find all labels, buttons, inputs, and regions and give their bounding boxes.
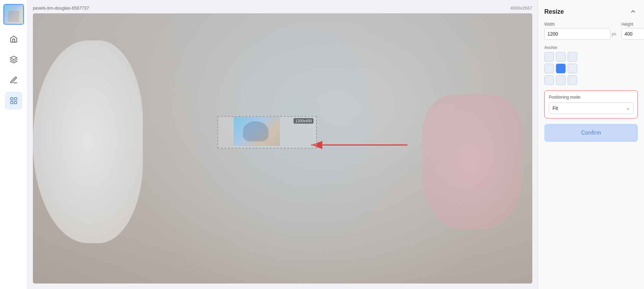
sidebar-item-edit[interactable]	[5, 71, 23, 89]
svg-rect-1	[11, 98, 13, 100]
right-panel: Resize Width px Height px	[538, 0, 644, 289]
collapse-button[interactable]	[628, 7, 638, 16]
height-input[interactable]	[621, 28, 644, 40]
anchor-label: Anchor	[544, 45, 638, 50]
positioning-select-wrapper: Fit Fill Stretch Crop Pad	[549, 102, 633, 114]
svg-marker-0	[10, 56, 17, 60]
resize-preview-box: 1200x400	[218, 116, 317, 149]
dimensions-row: Width px Height px	[544, 22, 638, 40]
width-label: Width	[544, 22, 617, 27]
width-input[interactable]	[544, 28, 610, 40]
svg-rect-4	[14, 101, 17, 104]
canvas-header: pexels-tim-douglas-6567737 4000x2667	[33, 5, 538, 13]
edit-icon	[10, 76, 18, 84]
resize-dimensions-label: 1200x400	[294, 118, 313, 124]
canvas-area[interactable]: 1200x400	[33, 13, 532, 284]
thumbnail-image	[4, 5, 23, 24]
height-input-row: px	[621, 28, 644, 40]
positioning-mode-select[interactable]: Fit Fill Stretch Crop Pad	[549, 102, 633, 114]
confirm-button[interactable]: Confirm	[544, 124, 638, 142]
thumbnail-preview[interactable]	[3, 4, 24, 25]
anchor-middle-center[interactable]	[556, 64, 566, 73]
chevron-up-icon	[630, 9, 636, 14]
anchor-middle-right[interactable]	[568, 64, 577, 73]
positioning-section: Positioning mode Fit Fill Stretch Crop P…	[544, 90, 638, 118]
svg-rect-3	[11, 101, 13, 104]
sidebar-item-home[interactable]	[5, 30, 23, 48]
main-content: pexels-tim-douglas-6567737 4000x2667	[27, 0, 538, 289]
home-icon	[10, 35, 18, 43]
anchor-bottom-left[interactable]	[544, 75, 554, 85]
pink-bag-right	[422, 95, 522, 230]
sidebar	[0, 0, 27, 289]
width-input-row: px	[544, 28, 617, 40]
width-unit: px	[612, 32, 617, 36]
anchor-middle-left[interactable]	[544, 64, 554, 73]
panel-header: Resize	[544, 7, 638, 16]
selection-icon	[10, 97, 18, 105]
canvas-wrapper: pexels-tim-douglas-6567737 4000x2667	[27, 0, 538, 289]
sidebar-item-selection[interactable]	[5, 92, 23, 110]
height-label: Height	[621, 22, 644, 27]
anchor-bottom-right[interactable]	[568, 75, 577, 85]
svg-rect-2	[14, 98, 17, 100]
resize-inner-image	[234, 117, 280, 146]
anchor-top-right[interactable]	[568, 52, 577, 62]
anchor-bottom-center[interactable]	[556, 75, 566, 85]
background-image: 1200x400	[33, 13, 532, 284]
canvas-original-dimensions: 4000x2667	[510, 5, 532, 11]
anchor-top-center[interactable]	[556, 52, 566, 62]
anchor-top-left[interactable]	[544, 52, 554, 62]
anchor-section: Anchor	[544, 45, 638, 85]
anchor-grid	[544, 52, 577, 85]
shopping-bag-left	[33, 40, 143, 243]
canvas-filename: pexels-tim-douglas-6567737	[33, 5, 89, 11]
width-group: Width px	[544, 22, 617, 40]
height-group: Height px	[621, 22, 644, 40]
sidebar-item-layers[interactable]	[5, 51, 23, 68]
panel-title: Resize	[544, 8, 564, 15]
layers-icon	[10, 55, 18, 64]
positioning-mode-label: Positioning mode	[549, 95, 633, 100]
